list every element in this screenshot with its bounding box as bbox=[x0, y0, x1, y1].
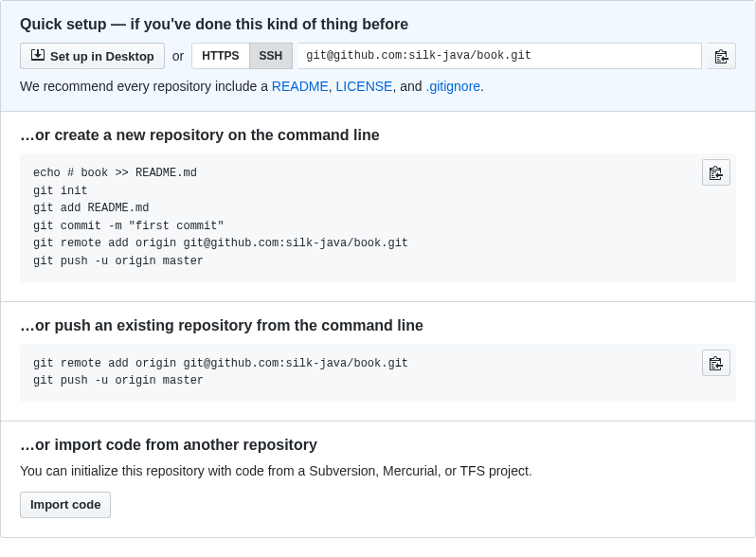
clone-url-input[interactable] bbox=[298, 43, 702, 69]
setup-row: Set up in Desktop or HTTPS SSH bbox=[20, 43, 736, 69]
import-title: …or import code from another repository bbox=[20, 437, 736, 454]
clipboard-icon bbox=[710, 355, 723, 370]
protocol-toggle: HTTPS SSH bbox=[191, 43, 293, 69]
clipboard-icon bbox=[710, 165, 723, 180]
license-link[interactable]: LICENSE bbox=[336, 79, 393, 94]
copy-url-button[interactable] bbox=[708, 43, 736, 69]
readme-link[interactable]: README bbox=[272, 79, 329, 94]
desktop-button-label: Set up in Desktop bbox=[50, 49, 154, 63]
or-text: or bbox=[172, 48, 184, 63]
push-repo-code: git remote add origin git@github.com:sil… bbox=[20, 344, 736, 402]
clipboard-icon bbox=[715, 48, 729, 63]
quick-setup-panel: Quick setup — if you've done this kind o… bbox=[1, 1, 755, 112]
import-button-label: Import code bbox=[30, 497, 100, 512]
import-description: You can initialize this repository with … bbox=[20, 463, 736, 478]
quick-setup-title: Quick setup — if you've done this kind o… bbox=[20, 16, 736, 33]
recommendation-text: We recommend every repository include a … bbox=[20, 79, 736, 94]
create-repo-section: …or create a new repository on the comma… bbox=[1, 112, 755, 302]
create-repo-code: echo # book >> README.md git init git ad… bbox=[20, 153, 736, 282]
push-repo-title: …or push an existing repository from the… bbox=[20, 317, 736, 334]
create-repo-title: …or create a new repository on the comma… bbox=[20, 127, 736, 144]
push-repo-section: …or push an existing repository from the… bbox=[1, 302, 755, 422]
set-up-desktop-button[interactable]: Set up in Desktop bbox=[20, 43, 165, 69]
https-button[interactable]: HTTPS bbox=[191, 43, 249, 69]
desktop-download-icon bbox=[30, 48, 45, 63]
ssh-button[interactable]: SSH bbox=[249, 43, 294, 69]
import-code-button[interactable]: Import code bbox=[20, 492, 111, 518]
import-section: …or import code from another repository … bbox=[1, 422, 755, 537]
copy-push-code-button[interactable] bbox=[702, 350, 730, 376]
gitignore-link[interactable]: .gitignore bbox=[426, 79, 481, 94]
copy-create-code-button[interactable] bbox=[702, 159, 730, 186]
